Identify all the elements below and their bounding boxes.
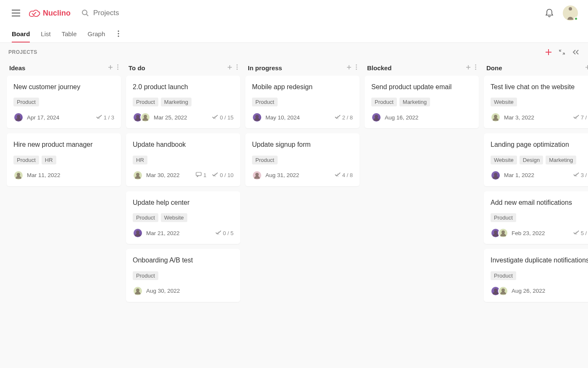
card-checklist: 0 / 10 — [212, 172, 234, 179]
assignees — [133, 228, 143, 238]
menu-icon[interactable] — [10, 7, 22, 19]
assignees — [252, 170, 262, 180]
card-title: Investigate duplicate notifications — [491, 256, 588, 265]
search-icon — [81, 9, 89, 17]
checklist-icon — [335, 172, 341, 179]
column-header: Done — [484, 62, 588, 76]
card-footer: Feb 23, 20225 / 5 — [491, 228, 588, 238]
card[interactable]: Onboarding A/B testProductAug 30, 2022 — [126, 249, 240, 302]
column-add-icon[interactable] — [346, 64, 352, 71]
card[interactable]: Landing page optimizationWebsiteDesignMa… — [484, 133, 588, 186]
checklist-icon — [212, 172, 218, 179]
assignee-avatar — [13, 112, 24, 122]
tab-graph[interactable]: Graph — [88, 26, 105, 42]
board-columns: IdeasNew customer journeyProductApr 17, … — [0, 59, 588, 317]
assignee-avatar — [133, 286, 143, 296]
card-title: Test live chat on the website — [491, 82, 588, 92]
column-add-icon[interactable] — [585, 64, 588, 71]
column-header: Blocked — [365, 62, 479, 76]
card[interactable]: Update help centerProductWebsiteMar 21, … — [126, 191, 240, 244]
assignees — [133, 112, 150, 122]
card-checklist: 0 / 15 — [212, 114, 234, 121]
tag: Product — [252, 98, 278, 106]
comment-icon — [196, 172, 202, 179]
tab-list[interactable]: List — [41, 26, 50, 42]
card[interactable]: New customer journeyProductApr 17, 20241… — [7, 76, 121, 128]
assignees — [252, 112, 262, 122]
card-date: Mar 21, 2022 — [146, 230, 180, 236]
collapse-icon[interactable] — [559, 49, 565, 56]
card-title: Onboarding A/B test — [133, 256, 234, 265]
card-footer: May 10, 20242 / 8 — [252, 112, 353, 122]
add-icon[interactable] — [545, 49, 552, 56]
card-footer: Mar 3, 20227 / 7 — [491, 112, 588, 122]
card[interactable]: Hire new product managerProductHRMar 11,… — [7, 133, 121, 186]
assignee-avatar — [252, 112, 262, 122]
assignees — [133, 286, 143, 296]
card[interactable]: Add new email notificationsProductFeb 23… — [484, 191, 588, 244]
tag: Marketing — [546, 156, 576, 164]
card-checklist: 3 / 3 — [573, 172, 588, 179]
svg-point-15 — [475, 66, 476, 68]
card[interactable]: Update signup formProductAug 31, 20224 /… — [245, 133, 360, 186]
card[interactable]: 2.0 product launchProductMarketingMar 25… — [126, 76, 240, 128]
assignees — [491, 170, 501, 180]
svg-point-6 — [117, 69, 118, 70]
card-date: Mar 3, 2022 — [504, 114, 534, 121]
column-more-icon[interactable] — [117, 64, 118, 71]
card-date: Aug 31, 2022 — [265, 172, 299, 178]
card-date: Feb 23, 2022 — [512, 230, 545, 236]
tag: Product — [491, 213, 516, 222]
board-container: PROJECTS IdeasNew customer journeyProduc… — [0, 43, 588, 368]
assignees — [133, 170, 143, 180]
board-actions — [545, 49, 580, 56]
tag: Product — [133, 98, 158, 106]
column-more-icon[interactable] — [356, 64, 357, 71]
column-add-icon[interactable] — [227, 64, 232, 71]
tabs-more-icon[interactable] — [116, 29, 121, 40]
tag: Product — [371, 98, 397, 106]
card-tags: ProductMarketing — [133, 98, 234, 106]
card-tags: HR — [133, 156, 234, 164]
column-title: In progress — [248, 64, 282, 71]
column-add-icon[interactable] — [108, 64, 113, 71]
card[interactable]: Test live chat on the websiteWebsiteMar … — [484, 76, 588, 128]
checklist-icon — [573, 172, 579, 179]
checklist-icon — [215, 230, 221, 237]
user-avatar[interactable] — [563, 5, 578, 21]
tag: Marketing — [399, 98, 430, 106]
logo[interactable]: Nuclino — [28, 8, 71, 18]
card-tags: ProductMarketing — [371, 98, 472, 106]
tag: Product — [252, 156, 278, 164]
notifications-icon[interactable] — [543, 7, 555, 19]
tab-table[interactable]: Table — [62, 26, 77, 42]
card[interactable]: Mobile app redesignProductMay 10, 20242 … — [245, 76, 360, 128]
column-more-icon[interactable] — [236, 64, 238, 71]
card-tags: Product — [491, 271, 588, 280]
card[interactable]: Update handbookHRMar 30, 202210 / 10 — [126, 133, 240, 186]
app-header: Nuclino — [0, 0, 588, 26]
column-more-icon[interactable] — [475, 64, 476, 71]
card-date: May 10, 2024 — [265, 114, 300, 121]
card-date: Apr 17, 2024 — [27, 114, 59, 121]
checklist-icon — [573, 230, 579, 237]
view-tabs: Board List Table Graph — [0, 26, 588, 43]
search-input[interactable] — [93, 9, 219, 17]
checklist-icon — [335, 114, 341, 121]
card-title: New customer journey — [13, 82, 114, 92]
card-date: Mar 25, 2022 — [154, 114, 187, 121]
card-footer: Apr 17, 20241 / 3 — [13, 112, 114, 122]
card[interactable]: Investigate duplicate notificationsProdu… — [484, 249, 588, 302]
card-checklist: 0 / 5 — [215, 230, 234, 237]
column-add-icon[interactable] — [466, 64, 471, 71]
card-tags: ProductHR — [13, 156, 114, 164]
assignees — [13, 112, 24, 122]
column-header: Ideas — [7, 62, 121, 76]
tag: Product — [13, 98, 39, 106]
status-online-icon — [574, 17, 578, 21]
card-checklist: 5 / 5 — [573, 230, 588, 237]
search[interactable] — [76, 9, 538, 17]
card[interactable]: Send product update emailProductMarketin… — [365, 76, 479, 128]
tab-board[interactable]: Board — [12, 26, 30, 42]
expand-panel-icon[interactable] — [572, 49, 580, 55]
